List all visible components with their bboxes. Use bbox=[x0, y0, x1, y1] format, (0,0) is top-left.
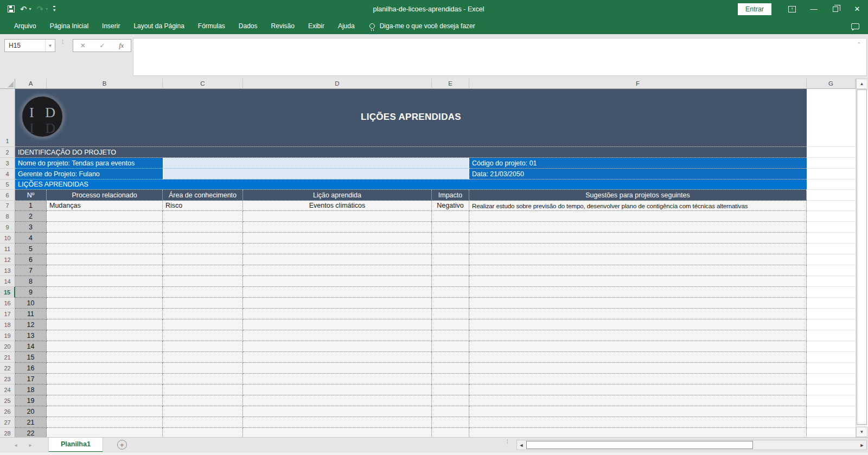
cell-B17[interactable] bbox=[47, 309, 163, 319]
cell-G8[interactable] bbox=[807, 211, 856, 222]
cell-B27[interactable] bbox=[47, 417, 163, 428]
cell-E14[interactable] bbox=[432, 276, 469, 287]
cell-C11[interactable] bbox=[163, 243, 243, 254]
cell-A22[interactable]: 16 bbox=[15, 363, 47, 374]
cell-reference[interactable]: H15 bbox=[5, 42, 45, 49]
cell-G15[interactable] bbox=[807, 287, 856, 298]
project-code-cell[interactable]: Código do projeto: 01 bbox=[469, 158, 807, 169]
name-box[interactable]: H15 ▼ bbox=[4, 39, 55, 52]
cell-G28[interactable] bbox=[807, 428, 856, 437]
cell-C20[interactable] bbox=[163, 341, 243, 352]
cell-D22[interactable] bbox=[243, 363, 432, 374]
cell-A17[interactable]: 11 bbox=[15, 309, 47, 319]
cell-A7[interactable]: 1 bbox=[15, 201, 47, 211]
cell-G9[interactable] bbox=[807, 222, 856, 233]
column-header-A[interactable]: A bbox=[15, 79, 47, 89]
table-header-4[interactable]: Impacto bbox=[432, 190, 469, 201]
cell-A19[interactable]: 13 bbox=[15, 330, 47, 341]
undo-icon[interactable]: ↶ bbox=[20, 5, 27, 13]
scroll-left-icon[interactable]: ◄ bbox=[517, 440, 526, 450]
cell-C16[interactable] bbox=[163, 298, 243, 309]
ribbon-tab-arquivo[interactable]: Arquivo bbox=[8, 18, 43, 34]
cell-G2[interactable] bbox=[807, 147, 856, 158]
horizontal-scrollbar-thumb[interactable] bbox=[526, 441, 753, 449]
row-header-2[interactable]: 2 bbox=[0, 147, 15, 158]
cell-B18[interactable] bbox=[47, 319, 163, 330]
cell-E21[interactable] bbox=[432, 352, 469, 363]
cell-C22[interactable] bbox=[163, 363, 243, 374]
cell-G22[interactable] bbox=[807, 363, 856, 374]
ribbon-tab-p-gina-inicial[interactable]: Página Inicial bbox=[43, 18, 95, 34]
ribbon-display-options-button[interactable]: ↑ bbox=[781, 0, 803, 18]
cell-F17[interactable] bbox=[469, 309, 807, 319]
scroll-down-icon[interactable]: ▼ bbox=[856, 427, 867, 437]
project-manager-cell[interactable]: Gerente do Projeto: Fulano bbox=[15, 169, 163, 180]
cell-F24[interactable] bbox=[469, 384, 807, 395]
cell-F12[interactable] bbox=[469, 254, 807, 265]
cell-G5[interactable] bbox=[807, 180, 856, 190]
cell-G1[interactable] bbox=[807, 89, 856, 147]
cell-C26[interactable] bbox=[163, 406, 243, 417]
row-header-13[interactable]: 13 bbox=[0, 265, 15, 276]
cell-D19[interactable] bbox=[243, 330, 432, 341]
close-button[interactable]: ✕ bbox=[846, 0, 868, 18]
cell-B28[interactable] bbox=[47, 428, 163, 437]
cell-A26[interactable]: 20 bbox=[15, 406, 47, 417]
cell-A8[interactable]: 2 bbox=[15, 211, 47, 222]
cell-D20[interactable] bbox=[243, 341, 432, 352]
cell-C27[interactable] bbox=[163, 417, 243, 428]
sheet-nav-next-icon[interactable]: ▸ bbox=[27, 442, 34, 448]
cell-C28[interactable] bbox=[163, 428, 243, 437]
ribbon-tab-revis-o[interactable]: Revisão bbox=[265, 18, 301, 34]
cell-B19[interactable] bbox=[47, 330, 163, 341]
cell-B13[interactable] bbox=[47, 265, 163, 276]
cell-B14[interactable] bbox=[47, 276, 163, 287]
cell-A25[interactable]: 19 bbox=[15, 395, 47, 406]
row-header-23[interactable]: 23 bbox=[0, 374, 15, 384]
cell-A11[interactable]: 5 bbox=[15, 243, 47, 254]
cell-B16[interactable] bbox=[47, 298, 163, 309]
table-header-2[interactable]: Área de conhecimento bbox=[163, 190, 243, 201]
cell-E15[interactable] bbox=[432, 287, 469, 298]
vertical-scrollbar[interactable]: ▲ ▼ bbox=[856, 79, 867, 437]
cell-C17[interactable] bbox=[163, 309, 243, 319]
vertical-scrollbar-thumb[interactable] bbox=[857, 89, 867, 425]
row-header-1[interactable]: 1 bbox=[0, 89, 15, 147]
cell-B20[interactable] bbox=[47, 341, 163, 352]
cell-E13[interactable] bbox=[432, 265, 469, 276]
column-header-C[interactable]: C bbox=[163, 79, 243, 89]
cell-F15[interactable] bbox=[469, 287, 807, 298]
customize-qat-icon[interactable]: ▾ bbox=[53, 6, 55, 12]
cell-G18[interactable] bbox=[807, 319, 856, 330]
cell-B22[interactable] bbox=[47, 363, 163, 374]
cell-D15[interactable] bbox=[243, 287, 432, 298]
cell-E10[interactable] bbox=[432, 233, 469, 243]
cell-E26[interactable] bbox=[432, 406, 469, 417]
cell-F8[interactable] bbox=[469, 211, 807, 222]
row-header-20[interactable]: 20 bbox=[0, 341, 15, 352]
cell-G19[interactable] bbox=[807, 330, 856, 341]
horizontal-scrollbar[interactable]: ◄ ► bbox=[516, 440, 867, 450]
row-header-22[interactable]: 22 bbox=[0, 363, 15, 374]
cell-E9[interactable] bbox=[432, 222, 469, 233]
cell-F25[interactable] bbox=[469, 395, 807, 406]
scroll-up-icon[interactable]: ▲ bbox=[856, 79, 867, 89]
cell-D14[interactable] bbox=[243, 276, 432, 287]
cell-F10[interactable] bbox=[469, 233, 807, 243]
cell-E27[interactable] bbox=[432, 417, 469, 428]
column-header-F[interactable]: F bbox=[469, 79, 807, 89]
ribbon-tab-dados[interactable]: Dados bbox=[232, 18, 264, 34]
cell-E19[interactable] bbox=[432, 330, 469, 341]
cell-A16[interactable]: 10 bbox=[15, 298, 47, 309]
cell-B15[interactable] bbox=[47, 287, 163, 298]
cell-B7[interactable]: Mudanças bbox=[47, 201, 163, 211]
row-header-10[interactable]: 10 bbox=[0, 233, 15, 243]
row-header-27[interactable]: 27 bbox=[0, 417, 15, 428]
undo-dropdown-icon[interactable]: ▾ bbox=[29, 7, 31, 11]
cell-F27[interactable] bbox=[469, 417, 807, 428]
cell-C8[interactable] bbox=[163, 211, 243, 222]
cell-C13[interactable] bbox=[163, 265, 243, 276]
cell-B8[interactable] bbox=[47, 211, 163, 222]
ribbon-tab-exibir[interactable]: Exibir bbox=[302, 18, 331, 34]
cell-D12[interactable] bbox=[243, 254, 432, 265]
